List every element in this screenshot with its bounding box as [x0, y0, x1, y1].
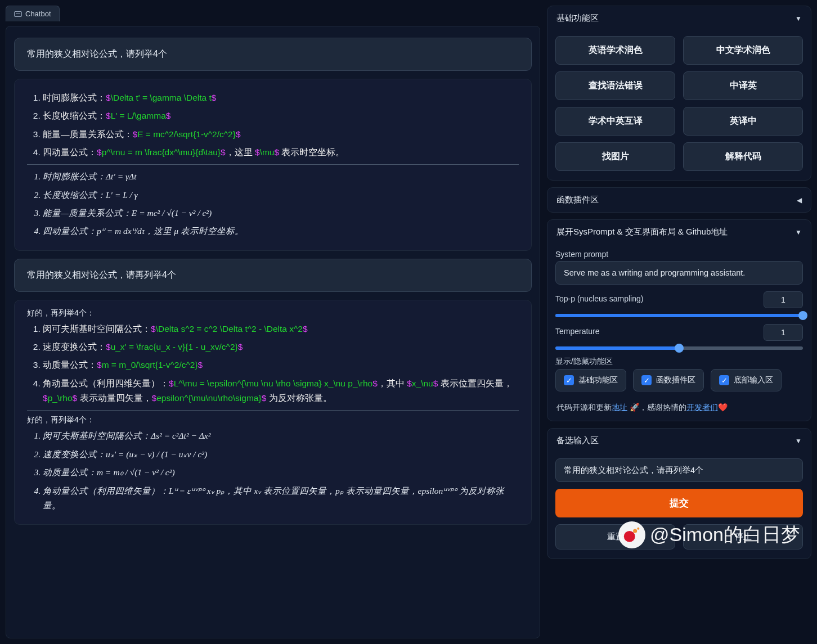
panel-alt-header[interactable]: 备选输入区 ▼: [547, 429, 811, 453]
panel-title: 备选输入区: [556, 435, 599, 446]
alt-input[interactable]: [555, 458, 803, 482]
user-message: 常用的狭义相对论公式，请列举4个: [14, 38, 532, 71]
panel-sys: 展开SysPrompt & 交互界面布局 & Github地址 ▼ System…: [547, 219, 811, 421]
fn-academic-swap[interactable]: 学术中英互译: [555, 107, 675, 136]
temp-label: Temperature: [555, 327, 600, 336]
chevron-left-icon: ◀: [797, 196, 802, 204]
tab-chatbot[interactable]: Chatbot: [6, 6, 60, 21]
submit-button[interactable]: 提交: [555, 489, 803, 517]
tab-bar: Chatbot: [6, 6, 540, 21]
temp-value[interactable]: 1: [764, 324, 803, 341]
topp-value[interactable]: 1: [764, 291, 803, 308]
slider-thumb-icon[interactable]: [675, 344, 684, 353]
bot-message: 时间膨胀公式：$\Delta t' = \gamma \Delta t$ 长度收…: [14, 79, 532, 251]
panel-title: 函数插件区: [556, 195, 599, 205]
chevron-down-icon: ▼: [795, 228, 802, 236]
fn-chinese-polish[interactable]: 中文学术润色: [683, 36, 803, 65]
right-column: 基础功能区 ▼ 英语学术润色 中文学术润色 查找语法错误 中译英 学术中英互译 …: [547, 6, 811, 638]
slider-thumb-icon[interactable]: [798, 311, 807, 320]
panel-alt-input: 备选输入区 ▼ 提交 重置 停止: [547, 428, 811, 559]
user-message: 常用的狭义相对论公式，请再列举4个: [14, 259, 532, 292]
tab-label: Chatbot: [25, 10, 51, 18]
sysprompt-label: System prompt: [555, 250, 803, 259]
fn-grammar-check[interactable]: 查找语法错误: [555, 71, 675, 100]
rocket-icon: 🚀: [630, 403, 639, 412]
temp-slider[interactable]: [555, 346, 803, 350]
topp-label: Top-p (nucleus sampling): [555, 294, 643, 303]
toggle-label: 显示/隐藏功能区: [555, 357, 803, 367]
panel-basic-header[interactable]: 基础功能区 ▼: [547, 6, 811, 30]
panel-title: 展开SysPrompt & 交互界面布局 & Github地址: [556, 227, 728, 237]
panel-plugin-header[interactable]: 函数插件区 ◀: [547, 188, 811, 212]
check-plugin[interactable]: ✓函数插件区: [633, 369, 704, 391]
devs-link[interactable]: 开发者们: [686, 403, 718, 412]
panel-plugin: 函数插件区 ◀: [547, 187, 811, 213]
chevron-down-icon: ▼: [795, 15, 802, 22]
check-icon: ✓: [564, 375, 574, 385]
source-line: 代码开源和更新地址 🚀，感谢热情的开发者们❤️: [547, 400, 811, 421]
check-bottom-input[interactable]: ✓底部输入区: [711, 369, 782, 391]
panel-title: 基础功能区: [556, 13, 599, 24]
panel-sys-header[interactable]: 展开SysPrompt & 交互界面布局 & Github地址 ▼: [547, 220, 811, 244]
chat-area[interactable]: 常用的狭义相对论公式，请列举4个 时间膨胀公式：$\Delta t' = \ga…: [6, 26, 540, 638]
fn-zh-to-en[interactable]: 中译英: [683, 71, 803, 100]
chat-icon: [14, 11, 22, 17]
github-link[interactable]: 地址: [612, 403, 627, 412]
fn-en-to-zh[interactable]: 英译中: [683, 107, 803, 136]
check-icon: ✓: [719, 375, 729, 385]
bot-message: 好的，再列举4个： 闵可夫斯基时空间隔公式：$\Delta s^2 = c^2 …: [14, 300, 532, 525]
heart-icon: ❤️: [718, 403, 728, 412]
sysprompt-input[interactable]: [555, 261, 803, 285]
fn-explain-code[interactable]: 解释代码: [683, 142, 803, 171]
check-icon: ✓: [641, 375, 652, 385]
panel-basic: 基础功能区 ▼ 英语学术润色 中文学术润色 查找语法错误 中译英 学术中英互译 …: [547, 6, 811, 181]
fn-english-polish[interactable]: 英语学术润色: [555, 36, 675, 65]
fn-find-image[interactable]: 找图片: [555, 142, 675, 171]
topp-slider[interactable]: [555, 314, 803, 317]
check-basic[interactable]: ✓基础功能区: [555, 369, 626, 391]
left-column: Chatbot 常用的狭义相对论公式，请列举4个 时间膨胀公式：$\Delta …: [6, 6, 540, 638]
chevron-down-icon: ▼: [795, 437, 802, 445]
stop-button[interactable]: 停止: [683, 524, 803, 550]
reset-button[interactable]: 重置: [555, 524, 675, 550]
